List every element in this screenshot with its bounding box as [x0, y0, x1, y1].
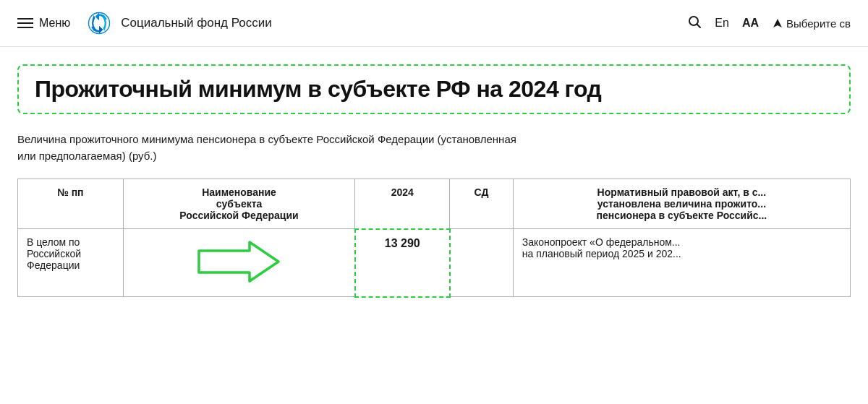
cell-year: 13 290 [355, 229, 450, 297]
data-table: № пп НаименованиесубъектаРоссийской Феде… [17, 179, 851, 298]
logo-icon [85, 9, 114, 38]
arrow-icon [192, 236, 286, 287]
svg-marker-4 [199, 242, 278, 281]
cell-num-value: В целом поРоссийскойФедерации [27, 236, 81, 271]
main-content: Прожиточный минимум в субъекте РФ на 202… [0, 47, 868, 312]
hamburger-icon [17, 18, 33, 28]
logo-area: Социальный фонд России [85, 9, 272, 38]
col-header-num: № пп [18, 179, 124, 229]
page-title: Прожиточный минимум в субъекте РФ на 202… [35, 76, 833, 103]
location-label: Выберите св [786, 17, 851, 30]
location-icon [772, 17, 783, 29]
col-header-law: Нормативный правовой акт, в с...установл… [513, 179, 850, 229]
table-header-row: № пп НаименованиесубъектаРоссийской Феде… [18, 179, 851, 229]
col-header-year: 2024 [355, 179, 450, 229]
col-header-sd: СД [450, 179, 513, 229]
language-button[interactable]: En [715, 17, 729, 30]
cell-sd [450, 229, 513, 297]
svg-marker-3 [773, 19, 782, 27]
col-header-name: НаименованиесубъектаРоссийской Федерации [123, 179, 355, 229]
page-title-box: Прожиточный минимум в субъекте РФ на 202… [17, 64, 851, 114]
search-button[interactable] [687, 14, 702, 33]
table-row: В целом поРоссийскойФедерации 13 290 Зак… [18, 229, 851, 297]
col-name-label: НаименованиесубъектаРоссийской Федерации [179, 186, 298, 221]
svg-line-2 [697, 24, 701, 27]
menu-button[interactable]: Меню [17, 17, 70, 30]
cell-name [123, 229, 355, 297]
cell-law-value: Законопроект «О федеральном...на плановы… [522, 236, 681, 259]
font-size-button[interactable]: AA [742, 17, 759, 30]
page-subtitle: Величина прожиточного минимума пенсионер… [17, 132, 524, 164]
col-law-text: Нормативный правовой акт, в с...установл… [596, 186, 767, 221]
cell-year-value: 13 290 [385, 237, 420, 249]
header-right-controls: En AA Выберите св [687, 14, 851, 33]
cell-num: В целом поРоссийскойФедерации [18, 229, 124, 297]
menu-label: Меню [39, 17, 70, 30]
site-title: Социальный фонд России [121, 16, 272, 30]
site-header: Меню Социальный фонд России En AA [0, 0, 868, 47]
location-button[interactable]: Выберите св [772, 17, 851, 30]
cell-law: Законопроект «О федеральном...на плановы… [513, 229, 850, 297]
